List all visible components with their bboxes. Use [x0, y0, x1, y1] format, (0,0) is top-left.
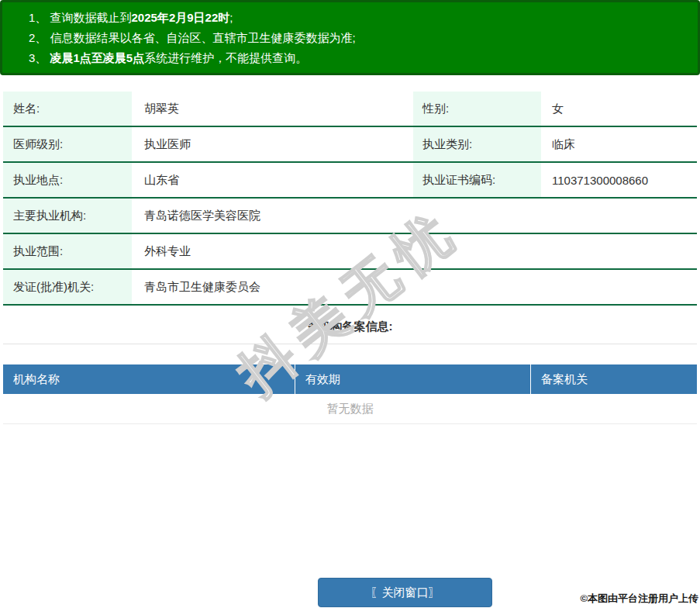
notice-line-3: 3、 凌晨1点至凌晨5点系统进行维护，不能提供查询。	[29, 48, 690, 68]
field-label-gender: 性别:	[413, 92, 541, 126]
field-value-doctor-level: 执业医师	[132, 127, 413, 161]
field-value-practice-location: 山东省	[132, 163, 413, 197]
field-value-main-institution: 青岛诺德医学美容医院	[132, 199, 697, 233]
field-value-practice-scope: 外科专业	[132, 234, 697, 268]
field-label-practice-scope: 执业范围:	[3, 234, 132, 268]
column-header-institution-name: 机构名称	[3, 364, 295, 394]
table-row: 执业地点: 山东省 执业证书编码: 110371300008660	[3, 163, 697, 199]
practitioner-info-table: 姓名: 胡翠英 性别: 女 医师级别: 执业医师 执业类别: 临床 执业地点: …	[3, 92, 697, 306]
field-value-practice-category: 临床	[541, 127, 697, 161]
field-label-main-institution: 主要执业机构:	[3, 199, 132, 233]
divider	[3, 423, 697, 424]
field-label-certificate-no: 执业证书编码:	[413, 163, 541, 197]
column-header-validity-period: 有效期	[295, 364, 530, 394]
table-row: 姓名: 胡翠英 性别: 女	[3, 92, 697, 127]
table-row: 发证(批准)机关: 青岛市卫生健康委员会	[3, 270, 697, 306]
field-label-doctor-level: 医师级别:	[3, 127, 132, 161]
divider	[3, 344, 697, 344]
field-value-name: 胡翠英	[132, 92, 413, 126]
field-value-issuing-authority: 青岛市卫生健康委员会	[132, 270, 697, 304]
multi-institution-section-title: 多机构备案信息:	[0, 320, 700, 334]
field-label-name: 姓名:	[3, 92, 132, 126]
field-label-issuing-authority: 发证(批准)机关:	[3, 270, 132, 304]
notice-line-1: 1、 查询数据截止到2025年2月9日22时;	[29, 8, 690, 28]
field-value-certificate-no: 110371300008660	[541, 163, 697, 197]
notice-banner: 1、 查询数据截止到2025年2月9日22时; 2、 信息数据结果以各省、自治区…	[0, 0, 700, 75]
notice-line-2: 2、 信息数据结果以各省、自治区、直辖市卫生健康委数据为准;	[29, 28, 690, 48]
uploader-credit-text: ©本图由平台注册用户上传	[580, 592, 698, 606]
table-row: 主要执业机构: 青岛诺德医学美容医院	[3, 199, 697, 234]
field-label-practice-location: 执业地点:	[3, 163, 132, 197]
table-row: 医师级别: 执业医师 执业类别: 临床	[3, 127, 697, 163]
field-label-practice-category: 执业类别:	[413, 127, 541, 161]
close-window-button[interactable]: 〖关闭窗口〗	[318, 578, 492, 607]
column-header-filing-authority: 备案机关	[530, 364, 697, 394]
table-row: 执业范围: 外科专业	[3, 234, 697, 270]
field-value-gender: 女	[541, 92, 697, 126]
empty-data-placeholder: 暂无数据	[3, 394, 697, 423]
filing-table-header: 机构名称 有效期 备案机关	[3, 364, 697, 394]
filing-table: 机构名称 有效期 备案机关 暂无数据	[3, 364, 697, 423]
